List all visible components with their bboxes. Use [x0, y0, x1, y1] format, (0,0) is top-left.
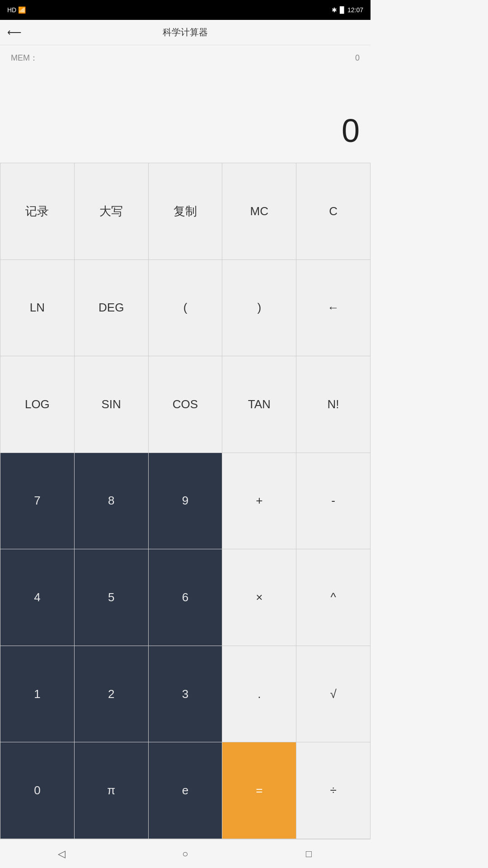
- calc-row-3: 789+-: [0, 453, 371, 550]
- time-display: 12:07: [347, 6, 363, 14]
- multiply-button[interactable]: ×: [222, 549, 296, 646]
- equals-button[interactable]: =: [222, 742, 296, 839]
- sqrt-button[interactable]: √: [296, 646, 371, 743]
- battery-icon: ▉: [340, 6, 345, 14]
- plus-button[interactable]: +: [222, 453, 296, 550]
- display-area: MEM： 0 0: [0, 45, 371, 163]
- power-button[interactable]: ^: [296, 549, 371, 646]
- one-button[interactable]: 1: [0, 646, 75, 743]
- open-paren-button[interactable]: (: [149, 260, 223, 357]
- clear-button[interactable]: C: [296, 163, 371, 260]
- eight-button[interactable]: 8: [75, 453, 149, 550]
- calc-row-1: LNDEG()←: [0, 260, 371, 357]
- nine-button[interactable]: 9: [149, 453, 223, 550]
- deg-button[interactable]: DEG: [75, 260, 149, 357]
- status-right: ✱ ▉ 12:07: [332, 6, 363, 14]
- five-button[interactable]: 5: [75, 549, 149, 646]
- bluetooth-icon: ✱: [332, 6, 337, 14]
- mc-button[interactable]: MC: [222, 163, 296, 260]
- seven-button[interactable]: 7: [0, 453, 75, 550]
- six-button[interactable]: 6: [149, 549, 223, 646]
- log-button[interactable]: LOG: [0, 356, 75, 453]
- nav-recent-button[interactable]: □: [299, 844, 319, 864]
- history-button[interactable]: 记录: [0, 163, 75, 260]
- minus-button[interactable]: -: [296, 453, 371, 550]
- four-button[interactable]: 4: [0, 549, 75, 646]
- dot-button[interactable]: .: [222, 646, 296, 743]
- copy-button[interactable]: 复制: [149, 163, 223, 260]
- calc-row-5: 123.√: [0, 646, 371, 743]
- signal-icon: 📶: [18, 6, 26, 14]
- bottom-nav: ◁ ○ □: [0, 839, 371, 868]
- two-button[interactable]: 2: [75, 646, 149, 743]
- factorial-button[interactable]: N!: [296, 356, 371, 453]
- nav-home-button[interactable]: ○: [175, 844, 195, 864]
- hd-icon: HD: [7, 6, 16, 14]
- zero-button[interactable]: 0: [0, 742, 75, 839]
- tan-button[interactable]: TAN: [222, 356, 296, 453]
- nav-back-button[interactable]: ◁: [52, 844, 72, 864]
- top-bar: ⟵ 科学计算器: [0, 20, 371, 45]
- calculator-grid: 记录大写复制MCCLNDEG()←LOGSINCOSTANN!789+-456×…: [0, 163, 371, 839]
- back-button[interactable]: ⟵: [7, 27, 22, 38]
- cos-button[interactable]: COS: [149, 356, 223, 453]
- calc-row-4: 456×^: [0, 549, 371, 646]
- mem-label: MEM：: [11, 52, 38, 63]
- e-button[interactable]: e: [149, 742, 223, 839]
- pi-button[interactable]: π: [75, 742, 149, 839]
- backspace-button[interactable]: ←: [296, 260, 371, 357]
- calc-row-2: LOGSINCOSTANN!: [0, 356, 371, 453]
- sin-button[interactable]: SIN: [75, 356, 149, 453]
- ln-button[interactable]: LN: [0, 260, 75, 357]
- status-bar: HD 📶 ✱ ▉ 12:07: [0, 0, 371, 20]
- three-button[interactable]: 3: [149, 646, 223, 743]
- status-left: HD 📶: [7, 6, 26, 14]
- page-title: 科学计算器: [163, 26, 208, 38]
- close-paren-button[interactable]: ): [222, 260, 296, 357]
- mem-row: MEM： 0: [11, 45, 360, 67]
- divide-button[interactable]: ÷: [296, 742, 371, 839]
- mem-value: 0: [355, 53, 360, 63]
- calc-row-6: 0πe=÷: [0, 742, 371, 839]
- main-value: 0: [342, 112, 360, 149]
- uppercase-button[interactable]: 大写: [75, 163, 149, 260]
- calc-row-0: 记录大写复制MCC: [0, 163, 371, 260]
- main-display: 0: [11, 67, 360, 163]
